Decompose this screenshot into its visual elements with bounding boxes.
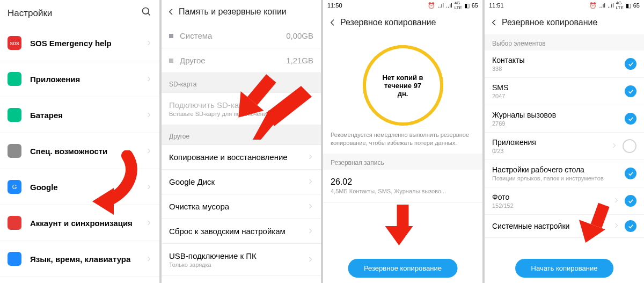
checkbox-on-icon[interactable]	[625, 85, 636, 97]
svg-point-0	[143, 8, 149, 14]
checkbox-on-icon[interactable]	[625, 58, 636, 70]
settings-title: Настройки	[8, 8, 52, 19]
app-icon: sos	[8, 36, 21, 50]
backup-title: Резервное копирование	[340, 18, 436, 27]
select-title: Резервное копирование	[502, 18, 597, 27]
chevron-right-icon	[307, 255, 313, 264]
signal-icon-2: ..ıl	[446, 2, 452, 9]
settings-item-label: Google	[30, 183, 145, 192]
chevron-right-icon	[145, 183, 152, 192]
select-item-sub: 2769	[492, 120, 625, 127]
chevron-right-icon	[145, 111, 152, 120]
select-item[interactable]: Контакты338	[485, 50, 644, 78]
battery-level: 65	[633, 2, 640, 9]
select-item-sub: 2047	[492, 93, 625, 99]
battery-icon: ◧	[464, 2, 470, 9]
search-icon[interactable]	[141, 6, 152, 20]
checkbox-on-icon[interactable]	[625, 195, 636, 207]
status-bar: 11:50 ⏰ ..ıl ..ıl 4GLTE ◧ 65	[323, 0, 482, 11]
storage-item[interactable]: Очистка мусора	[162, 194, 321, 219]
storage-item[interactable]: Сброс к заводским настройкам	[162, 219, 321, 244]
chevron-right-icon	[145, 255, 152, 264]
backup-header: Резервное копирование	[323, 11, 482, 34]
start-backup-label: Начать копирование	[531, 264, 598, 272]
annotation-arrow-3	[393, 205, 413, 245]
status-right: ⏰ ..ıl ..ıl 4GLTE ◧ 65	[428, 1, 478, 10]
settings-item[interactable]: Приложения	[0, 61, 159, 97]
settings-item[interactable]: Язык, время, клавиатура	[0, 241, 159, 277]
storage-item[interactable]: Google Диск	[162, 170, 321, 194]
circle-line1: Нет копий в	[382, 74, 423, 82]
backup-button[interactable]: Резервное копирование	[348, 259, 458, 278]
settings-item[interactable]: GGoogle	[0, 169, 159, 205]
storage-item[interactable]: Копирование и восстановление	[162, 145, 321, 170]
start-backup-button[interactable]: Начать копирование	[515, 259, 614, 278]
select-item[interactable]: Приложения0/23	[485, 133, 644, 160]
svg-line-1	[148, 13, 150, 16]
status-time: 11:51	[489, 2, 504, 9]
select-item[interactable]: SMS2047	[485, 78, 644, 105]
select-item-sub: 338	[492, 66, 625, 72]
storage-item-label: Очистка мусора	[169, 202, 307, 211]
select-item[interactable]: Настройки рабочего столаПозиции ярлыков,…	[485, 160, 644, 187]
settings-item-label: Приложения	[30, 75, 145, 84]
chevron-right-icon	[611, 141, 617, 151]
settings-item[interactable]: Аккаунт и синхронизация	[0, 205, 159, 241]
chevron-right-icon	[145, 147, 152, 156]
select-item-title: Настройки рабочего стола	[492, 165, 625, 174]
chevron-right-icon	[307, 202, 313, 211]
section-other: Другое	[162, 125, 321, 145]
storage-usage-row: Другое1,21GB	[162, 48, 321, 73]
storage-value: 0,00GB	[286, 31, 313, 40]
storage-item-label: Google Диск	[169, 177, 307, 186]
settings-header: Настройки	[0, 0, 159, 25]
panel-settings: Настройки sosSOS Emergency helpПриложени…	[0, 0, 159, 283]
dot-icon	[169, 59, 173, 63]
select-item[interactable]: Фото152/152	[485, 187, 644, 215]
storage-item-label: Копирование и восстановление	[169, 153, 307, 162]
select-item-title: Фото	[492, 193, 613, 201]
alarm-icon: ⏰	[428, 2, 435, 9]
checkbox-on-icon[interactable]	[625, 113, 636, 125]
app-icon	[8, 252, 21, 266]
sd-connect-row: Подключить SD-карту Вставьте SD-карту дл…	[162, 93, 321, 125]
record-date: 26.02	[331, 177, 352, 187]
select-item-title: Контакты	[492, 56, 625, 64]
select-item-sub: Позиции ярлыков, папок и инструментов	[492, 175, 625, 182]
settings-item[interactable]: sosSOS Emergency help	[0, 25, 159, 61]
checkbox-on-icon[interactable]	[625, 168, 636, 179]
status-bar: 11:51 ⏰ ..ıl ..ıl 4GLTE ◧ 65	[485, 0, 644, 11]
select-item[interactable]: Системные настройки	[485, 215, 644, 238]
select-item-title: Системные настройки	[492, 222, 613, 230]
network-icon: 4GLTE	[455, 1, 462, 10]
backup-record-row[interactable]: 26.02 4,5МБ Контакты, SMS, Журналы вызов…	[323, 170, 482, 202]
chevron-right-icon	[307, 227, 313, 236]
back-icon[interactable]	[167, 8, 179, 16]
storage-header: Память и резервные копии	[162, 0, 321, 24]
settings-item[interactable]: Память и резервные копии	[0, 277, 159, 283]
select-item[interactable]: Журналы вызовов2769	[485, 105, 644, 133]
status-time: 11:50	[327, 2, 342, 9]
checkbox-off-icon[interactable]	[623, 139, 636, 153]
storage-item[interactable]: USB-подключение к ПКТолько зарядка	[162, 244, 321, 276]
settings-item[interactable]: Спец. возможности	[0, 133, 159, 169]
panel-backup: 11:50 ⏰ ..ıl ..ıl 4GLTE ◧ 65 Резервное к…	[323, 0, 482, 283]
select-item-sub: 152/152	[492, 202, 613, 209]
settings-item-label: Батарея	[30, 111, 145, 120]
chevron-right-icon	[145, 75, 152, 84]
back-icon[interactable]	[490, 18, 502, 27]
select-item-sub: 0/23	[492, 148, 611, 154]
alarm-icon: ⏰	[589, 2, 597, 9]
panel-storage: Память и резервные копии Система0,00GBДр…	[162, 0, 321, 283]
back-icon[interactable]	[328, 18, 340, 27]
settings-item-label: Спец. возможности	[30, 147, 145, 156]
network-icon: 4GLTE	[616, 1, 624, 10]
storage-value: 1,21GB	[286, 56, 313, 65]
battery-icon: ◧	[626, 2, 631, 9]
sd-title: Подключить SD-карту	[169, 100, 251, 110]
settings-item[interactable]: Батарея	[0, 97, 159, 133]
storage-usage-row: Система0,00GB	[162, 24, 321, 48]
signal-icon-2: ..ıl	[608, 2, 614, 9]
app-icon	[8, 216, 21, 230]
checkbox-on-icon[interactable]	[625, 220, 636, 232]
